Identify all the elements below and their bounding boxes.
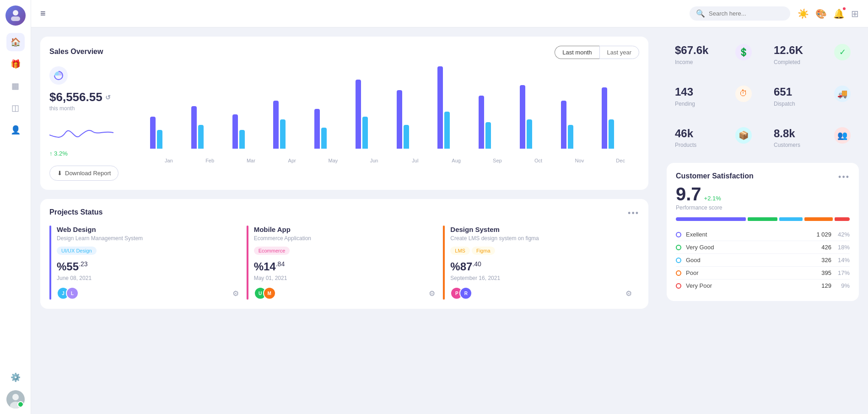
- project-name: Mobile App: [254, 226, 436, 233]
- bar-cyan-feb: [198, 125, 204, 149]
- bar-group-feb: [191, 106, 229, 149]
- project-date: June 08, 2021: [57, 275, 239, 281]
- satisfaction-row-count: 129: [809, 282, 831, 289]
- sidebar-item-settings[interactable]: ⚙️: [6, 368, 25, 387]
- stat-icon-income: 💲: [735, 44, 752, 60]
- project-percent: %55.23: [57, 260, 239, 273]
- sidebar-item-layers[interactable]: ◫: [6, 99, 25, 117]
- topbar: ≡ 🔍 ☀️ 🎨 🔔 ⊞: [31, 0, 868, 27]
- theme-icon[interactable]: ☀️: [798, 8, 809, 19]
- stat-card-pending: 143 Pending ⏱: [667, 78, 760, 114]
- apps-icon[interactable]: ⊞: [851, 8, 859, 19]
- sidebar-item-user[interactable]: 👤: [6, 121, 25, 139]
- bar-purple-jan: [150, 117, 156, 149]
- bar-purple-oct: [520, 85, 525, 149]
- bar-cyan-oct: [527, 119, 532, 149]
- project-name: Web Design: [57, 226, 239, 233]
- satisfaction-row-pct: 9%: [831, 282, 850, 289]
- project-col-design-system: Design System Create LMS design system o…: [442, 226, 639, 300]
- bar-label-sep: Sep: [479, 158, 516, 163]
- stat-label: Products: [675, 142, 696, 148]
- project-settings-icon[interactable]: ⚙: [625, 289, 632, 298]
- search-input[interactable]: [709, 10, 784, 17]
- satisfaction-title: Customer Satisfaction: [676, 172, 754, 180]
- stat-label: Dispatch: [774, 101, 795, 107]
- projects-menu[interactable]: •••: [628, 209, 639, 218]
- project-name: Design System: [450, 226, 632, 233]
- bar-cyan-mar: [239, 130, 245, 149]
- satisfaction-row: Poor 395 17%: [676, 267, 850, 280]
- bar-group-jun: [356, 80, 393, 149]
- download-report-button[interactable]: ⬇ Download Report: [49, 166, 119, 181]
- bar-purple-aug: [437, 66, 443, 149]
- stat-label: Customers: [774, 142, 800, 148]
- project-avatar: L: [66, 287, 79, 300]
- sidebar-user-avatar[interactable]: [6, 390, 25, 409]
- stat-value: 46k: [675, 127, 696, 140]
- sales-title: Sales Overview: [49, 48, 103, 56]
- satisfaction-row-pct: 18%: [831, 244, 850, 251]
- satisfaction-row-count: 395: [809, 269, 831, 276]
- search-bar[interactable]: 🔍: [690, 6, 790, 21]
- satisfaction-dot: [676, 283, 681, 289]
- bar-group-mar: [232, 114, 270, 149]
- bar-cyan-may: [321, 128, 327, 149]
- satisfaction-label: Performance score: [676, 204, 850, 211]
- satisfaction-growth: +2.1%: [704, 195, 721, 202]
- project-settings-icon[interactable]: ⚙: [232, 289, 239, 298]
- stat-label: Income: [675, 59, 708, 65]
- stat-icon-customers: 👥: [834, 127, 851, 144]
- stat-value: 143: [675, 86, 695, 99]
- palette-icon[interactable]: 🎨: [815, 8, 827, 19]
- sidebar-item-home[interactable]: 🏠: [6, 33, 25, 51]
- satisfaction-progress-bar: [676, 217, 850, 221]
- satisfaction-row-count: 1 029: [809, 231, 831, 238]
- bar-purple-feb: [191, 106, 197, 149]
- satisfaction-menu[interactable]: •••: [838, 172, 850, 182]
- bar-label-may: May: [314, 158, 352, 163]
- satisfaction-row-label: Exellent: [686, 231, 809, 238]
- stat-icon-pending: ⏱: [735, 86, 752, 102]
- stat-icon-completed: ✓: [834, 44, 851, 60]
- project-avatar: R: [459, 287, 472, 300]
- stat-value: $67.6k: [675, 44, 708, 57]
- notification-icon[interactable]: 🔔: [833, 8, 845, 19]
- refresh-icon[interactable]: ↺: [105, 94, 111, 101]
- bar-label-jul: Jul: [397, 158, 434, 163]
- satisfaction-dot: [676, 258, 681, 263]
- content-area: Sales Overview Last month Last year $6,5…: [31, 27, 868, 414]
- stat-value: 8.8k: [774, 127, 800, 140]
- sales-period: this month: [49, 105, 141, 112]
- project-percent: %87.40: [450, 260, 632, 273]
- project-avatars: JL: [57, 287, 79, 300]
- hamburger-button[interactable]: ≡: [40, 8, 46, 19]
- pb-very-poor: [835, 217, 850, 221]
- bar-purple-may: [314, 109, 320, 149]
- project-date: September 16, 2021: [450, 275, 632, 281]
- project-percent: %14.84: [254, 260, 436, 273]
- project-avatars: PR: [450, 287, 472, 300]
- bar-label-jun: Jun: [356, 158, 393, 163]
- satisfaction-row-pct: 14%: [831, 257, 850, 263]
- last-month-button[interactable]: Last month: [555, 46, 599, 59]
- bar-group-jul: [397, 90, 434, 149]
- bar-cyan-jan: [157, 130, 162, 149]
- bar-chart-labels: JanFebMarAprMayJunJulAugSepOctNovDec: [150, 158, 639, 163]
- last-year-button[interactable]: Last year: [599, 46, 639, 59]
- pb-poor: [804, 217, 833, 221]
- project-avatar: M: [263, 287, 276, 300]
- project-tag: UI/UX Design: [57, 247, 97, 255]
- bar-group-jan: [150, 117, 188, 149]
- satisfaction-row-pct: 17%: [831, 269, 850, 276]
- sidebar-item-grid[interactable]: ▦: [6, 77, 25, 95]
- projects-title: Projects Status: [49, 208, 102, 216]
- project-col-mobile-app: Mobile App Ecommerce Application Ecommer…: [246, 226, 443, 300]
- bar-cyan-jul: [404, 125, 409, 149]
- project-desc: Create LMS design system on figma: [450, 235, 632, 242]
- satisfaction-row: Very Poor 129 9%: [676, 280, 850, 292]
- stat-label: Completed: [774, 59, 803, 65]
- svg-point-0: [13, 10, 18, 16]
- sidebar-item-gift[interactable]: 🎁: [6, 55, 25, 73]
- project-settings-icon[interactable]: ⚙: [429, 289, 435, 298]
- satisfaction-row-count: 326: [809, 257, 831, 263]
